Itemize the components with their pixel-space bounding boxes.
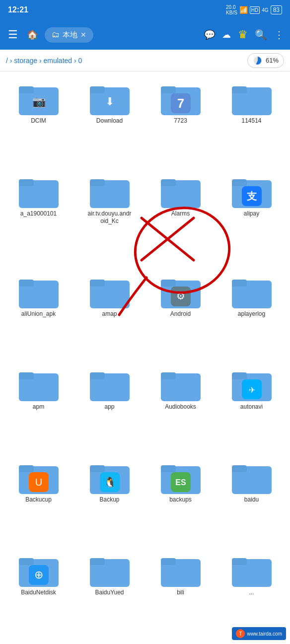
file-item-backucup[interactable]: U Backucup	[4, 455, 73, 546]
file-item-backups[interactable]: ES backups	[146, 455, 215, 546]
file-item-backup[interactable]: 🐧 Backup	[75, 455, 144, 546]
file-item-audiobooks[interactable]: Audiobooks	[146, 362, 215, 453]
folder-icon-android: ⚙	[161, 275, 201, 308]
file-item-app[interactable]: app	[75, 362, 144, 453]
tab-close-icon[interactable]: ✕	[80, 31, 86, 39]
folder-icon-baiduyued	[90, 553, 130, 587]
search-icon[interactable]: 🔍	[255, 29, 267, 41]
svg-text:✈: ✈	[248, 386, 255, 394]
file-label-bili: bili	[177, 589, 184, 597]
breadcrumb[interactable]: / › storage › emulated › 0	[6, 57, 247, 65]
more-options-icon[interactable]: ⋮	[274, 29, 284, 41]
svg-text:U: U	[35, 477, 42, 488]
file-item-114514[interactable]: 114514	[217, 76, 286, 167]
cloud-icon[interactable]: ☁	[222, 29, 231, 40]
svg-rect-56	[232, 372, 247, 379]
svg-rect-22	[90, 179, 105, 186]
folder-icon-app	[90, 367, 130, 401]
hd-icon: HD	[250, 6, 260, 14]
file-item-aplayerlog[interactable]: aplayerlog	[217, 270, 286, 360]
svg-text:🐧: 🐧	[103, 476, 116, 488]
file-label-baiduyued: BaiduYued	[95, 589, 124, 597]
folder-icon-backups: ES	[161, 460, 201, 494]
svg-rect-87	[161, 558, 176, 565]
crown-icon[interactable]: ♛	[238, 28, 248, 41]
home-icon[interactable]: 🏠	[25, 27, 40, 42]
file-item-dcim[interactable]: 📷 DCIM	[4, 76, 73, 167]
file-label-baidunetdi: BaiduNetdisk	[21, 589, 56, 597]
4g-icon: 4G	[262, 7, 268, 13]
watermark: T www.tairda.com	[232, 627, 286, 640]
breadcrumb-emulated[interactable]: emulated	[44, 57, 74, 65]
svg-rect-61	[19, 465, 34, 472]
breadcrumb-bar: / › storage › emulated › 0 61%	[0, 50, 290, 72]
folder-icon-bili	[161, 553, 201, 587]
file-item-amap[interactable]: amap	[75, 270, 144, 360]
folder-icon-apm	[19, 367, 59, 401]
file-item-android[interactable]: ⚙ Android	[146, 270, 215, 360]
watermark-text: www.tairda.com	[247, 631, 282, 637]
file-item-7723[interactable]: 7 7723	[146, 76, 215, 167]
svg-rect-16	[232, 86, 247, 93]
speed-indicator: 20.0KB/S	[226, 4, 237, 15]
svg-text:ES: ES	[175, 478, 186, 487]
file-item-baidunetdi[interactable]: ⊕ BaiduNetdisk	[4, 548, 73, 639]
file-item-alarms[interactable]: Alarms	[146, 169, 215, 268]
folder-icon-alipay: 支	[232, 174, 272, 208]
file-item-baidu[interactable]: baidu	[217, 455, 286, 546]
folder-icon-114514	[232, 81, 272, 115]
file-label-more: ...	[249, 589, 254, 597]
local-tab[interactable]: 🗂 本地 ✕	[45, 27, 93, 43]
folder-icon-a_a19000101	[19, 174, 59, 208]
svg-rect-33	[19, 280, 34, 286]
svg-rect-19	[19, 179, 34, 186]
svg-text:📷: 📷	[32, 95, 46, 108]
svg-text:7: 7	[177, 96, 184, 111]
storage-percent: 61%	[266, 57, 279, 64]
svg-rect-53	[161, 372, 176, 379]
file-item-more[interactable]: ...	[217, 548, 286, 639]
folder-icon-baidu	[232, 460, 272, 494]
file-item-aliunion_apk[interactable]: aliUnion_apk	[4, 270, 73, 360]
file-item-alipay[interactable]: 支 alipay	[217, 169, 286, 268]
breadcrumb-storage[interactable]: storage	[14, 57, 39, 65]
folder-icon-aliunion_apk	[19, 275, 59, 308]
file-label-backucup: Backucup	[25, 496, 52, 504]
nav-bar: ☰ 🏠 🗂 本地 ✕ 💬 ☁ ♛ 🔍 ⋮	[0, 20, 290, 50]
file-label-a_a19000101: a_a19000101	[20, 210, 57, 218]
svg-rect-11	[161, 86, 176, 93]
breadcrumb-0[interactable]: 0	[78, 57, 82, 65]
file-item-baiduyued[interactable]: BaiduYued	[75, 548, 144, 639]
chat-icon[interactable]: 💬	[204, 29, 215, 40]
folder-icon-aplayerlog	[232, 275, 272, 308]
svg-rect-28	[232, 179, 247, 186]
status-time: 12:21	[8, 5, 28, 14]
wifi-icon: 📶	[239, 6, 248, 14]
file-label-dcim: DCIM	[31, 117, 46, 125]
folder-icon-alarms	[161, 174, 201, 208]
watermark-logo: T	[236, 629, 245, 638]
file-label-android: Android	[170, 310, 191, 318]
svg-text:支: 支	[246, 191, 257, 202]
folder-icon-more	[232, 553, 272, 587]
folder-icon-air_tv_douyu	[90, 174, 130, 208]
file-label-114514: 114514	[241, 117, 261, 125]
breadcrumb-chevron2: ›	[39, 57, 42, 65]
file-label-aliunion_apk: aliUnion_apk	[21, 310, 56, 318]
file-label-backup: Backup	[99, 496, 119, 504]
menu-icon[interactable]: ☰	[6, 26, 20, 43]
file-item-a_a19000101[interactable]: a_a19000101	[4, 169, 73, 268]
status-bar: 12:21 20.0KB/S 📶 HD 4G 83	[0, 0, 290, 20]
svg-rect-79	[19, 558, 34, 565]
file-label-7723: 7723	[174, 117, 187, 125]
file-item-bili[interactable]: bili	[146, 548, 215, 639]
folder-icon-dcim: 📷	[19, 81, 59, 115]
svg-text:⊕: ⊕	[34, 569, 43, 581]
status-icons: 20.0KB/S 📶 HD 4G 83	[226, 4, 282, 15]
file-item-download[interactable]: ⬇ Download	[75, 76, 144, 167]
file-item-air_tv_douyu[interactable]: air.tv.douyu.android_Kc	[75, 169, 144, 268]
svg-rect-71	[161, 465, 176, 472]
breadcrumb-root[interactable]: /	[6, 57, 10, 65]
file-item-autonavi[interactable]: ✈ autonavi	[217, 362, 286, 453]
file-item-apm[interactable]: apm	[4, 362, 73, 453]
